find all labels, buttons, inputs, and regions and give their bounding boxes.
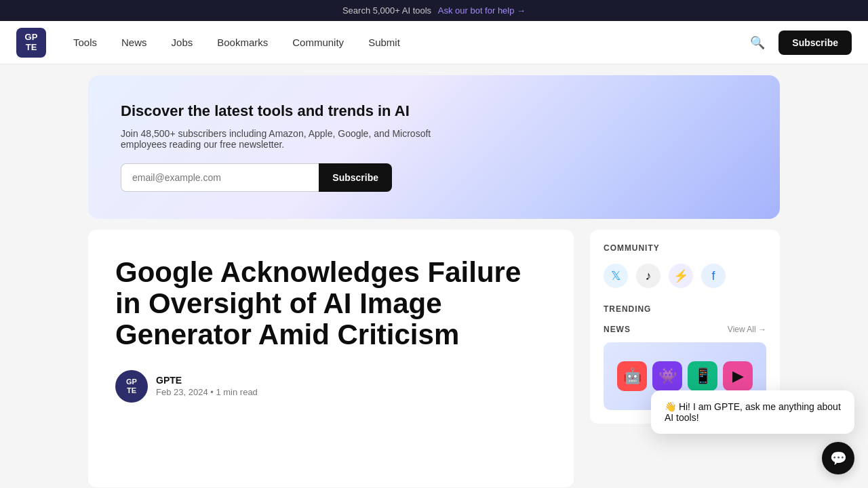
chat-message: 👋 Hi! I am GPTE, ask me anything about A… — [665, 401, 841, 423]
chat-icon: 💬 — [830, 450, 847, 466]
author-info: GPTE Feb 23, 2024 • 1 min read — [156, 375, 258, 397]
newsletter-form: Subscribe — [121, 163, 392, 192]
thumb-icon-red: 🤖 — [617, 361, 647, 391]
sidebar: COMMUNITY 𝕏 ♪ ⚡ f TRENDING NEWS View All… — [590, 230, 780, 487]
nav-links: Tools News Jobs Bookmarks Community Subm… — [62, 31, 745, 54]
nav-community[interactable]: Community — [281, 31, 355, 54]
banner-text: Search 5,000+ AI tools — [342, 5, 431, 16]
email-input[interactable] — [121, 163, 319, 192]
chat-popup: 👋 Hi! I am GPTE, ask me anything about A… — [651, 390, 854, 434]
news-section-title: NEWS — [604, 325, 631, 334]
thumb-icon-pink: ▶ — [723, 361, 753, 391]
avatar: GP TE — [115, 370, 148, 403]
main-container: Google Acknowledges Failure in Oversight… — [88, 230, 780, 488]
navbar: GP TE Tools News Jobs Bookmarks Communit… — [0, 21, 868, 64]
hero-title: Discover the latest tools and trends in … — [121, 102, 747, 120]
hero-section: Discover the latest tools and trends in … — [88, 75, 780, 219]
top-banner: Search 5,000+ AI tools Ask our bot for h… — [0, 0, 868, 21]
news-header: NEWS View All → — [604, 325, 766, 334]
nav-jobs[interactable]: Jobs — [161, 31, 204, 54]
thumb-icon-green: 📱 — [688, 361, 717, 391]
tiktok-icon[interactable]: ♪ — [636, 264, 660, 288]
article-date: Feb 23, 2024 • 1 min read — [156, 387, 258, 397]
hero-subscribe-button[interactable]: Subscribe — [319, 163, 392, 192]
discord-icon[interactable]: ⚡ — [669, 264, 693, 288]
author-name: GPTE — [156, 375, 258, 386]
nav-bookmarks[interactable]: Bookmarks — [206, 31, 279, 54]
chat-button[interactable]: 💬 — [822, 442, 854, 474]
search-icon-button[interactable]: 🔍 — [745, 30, 770, 56]
twitter-icon[interactable]: 𝕏 — [604, 264, 628, 288]
logo-link[interactable]: GP TE — [16, 28, 46, 58]
article-meta: GP TE GPTE Feb 23, 2024 • 1 min read — [115, 370, 547, 403]
nav-right: 🔍 Subscribe — [745, 30, 852, 56]
community-icons: 𝕏 ♪ ⚡ f — [604, 264, 766, 288]
nav-news[interactable]: News — [111, 31, 158, 54]
logo-box: GP TE — [16, 28, 46, 58]
article-title: Google Acknowledges Failure in Oversight… — [115, 257, 547, 351]
trending-title: TRENDING — [604, 304, 766, 314]
hero-description: Join 48,500+ subscribers including Amazo… — [121, 128, 446, 150]
community-title: COMMUNITY — [604, 243, 766, 253]
thumb-icon-purple: 👾 — [652, 361, 682, 391]
banner-link[interactable]: Ask our bot for help → — [438, 5, 526, 16]
subscribe-nav-button[interactable]: Subscribe — [778, 30, 852, 55]
nav-tools[interactable]: Tools — [62, 31, 108, 54]
view-all-link[interactable]: View All → — [728, 325, 766, 334]
nav-submit[interactable]: Submit — [357, 31, 411, 54]
facebook-icon[interactable]: f — [701, 264, 726, 288]
article-section: Google Acknowledges Failure in Oversight… — [88, 230, 574, 487]
